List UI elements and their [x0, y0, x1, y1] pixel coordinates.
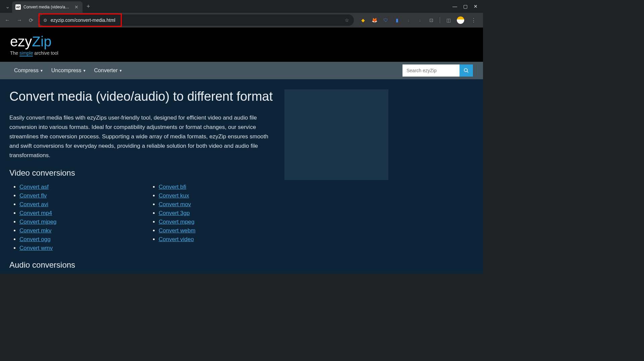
- tab-title: Convert media (video/audio) to: [23, 5, 71, 9]
- tagline-post: archive tool: [33, 50, 58, 56]
- video-section-heading: Video conversions: [9, 168, 274, 178]
- address-bar[interactable]: ⚙ ezyzip.com/convert-media.html ☆: [39, 14, 354, 26]
- browser-toolbar: ← → ⟳ ⚙ ezyzip.com/convert-media.html ☆ …: [0, 13, 483, 28]
- list-item: Convert flv: [19, 192, 135, 199]
- extension-icon-1[interactable]: ◆: [360, 17, 366, 23]
- nav-converter-label: Converter: [94, 67, 118, 74]
- profile-avatar[interactable]: [457, 16, 464, 24]
- browser-chrome: ⌄ eZ Convert media (video/audio) to ✕ + …: [0, 0, 483, 28]
- side-panel-icon[interactable]: ◫: [445, 17, 451, 23]
- new-tab-button[interactable]: +: [83, 3, 94, 10]
- sidebar-ad-placeholder: [284, 89, 388, 180]
- page-description: Easily convert media files with ezyZips …: [9, 113, 274, 160]
- search-input[interactable]: [402, 64, 460, 77]
- list-item: Convert video: [159, 236, 274, 243]
- list-item: Convert ogg: [19, 236, 135, 243]
- search-icon: [464, 68, 469, 73]
- tab-bar: ⌄ eZ Convert media (video/audio) to ✕ + …: [0, 0, 483, 13]
- audio-section-heading: Audio conversions: [9, 260, 274, 270]
- video-links-col2: Convert bfiConvert kuxConvert movConvert…: [149, 184, 274, 254]
- extension-icon-2[interactable]: 🦊: [371, 17, 377, 23]
- convert-link[interactable]: Convert mjpeg: [19, 219, 57, 225]
- nav-converter[interactable]: Converter▼: [90, 67, 126, 74]
- bookmark-star-icon[interactable]: ☆: [345, 17, 349, 23]
- browser-tab[interactable]: eZ Convert media (video/audio) to ✕: [12, 1, 83, 13]
- list-item: Convert bfi: [159, 184, 274, 190]
- nav-compress-label: Compress: [14, 67, 39, 74]
- convert-link[interactable]: Convert 3gp: [159, 210, 190, 216]
- list-item: Convert mkv: [19, 227, 135, 234]
- main-column: Convert media (video/audio) to different…: [9, 89, 274, 274]
- extension-icon-4[interactable]: ▮: [394, 17, 400, 23]
- convert-link[interactable]: Convert mkv: [19, 227, 51, 234]
- extension-icon-3[interactable]: 🛡: [383, 17, 389, 23]
- toolbar-divider: [440, 17, 440, 23]
- convert-link[interactable]: Convert mpeg: [159, 219, 195, 225]
- convert-link[interactable]: Convert avi: [19, 201, 48, 208]
- convert-link[interactable]: Convert kux: [159, 192, 189, 199]
- url-text: ezyzip.com/convert-media.html: [51, 17, 341, 23]
- page-viewport[interactable]: ezyZip The simple archive tool Compress▼…: [0, 28, 483, 274]
- logo-tagline: The simple archive tool: [10, 50, 473, 56]
- tab-favicon: eZ: [15, 4, 21, 10]
- reload-button[interactable]: ⟳: [28, 16, 35, 25]
- window-controls: — ▢ ✕: [452, 4, 483, 9]
- convert-link[interactable]: Convert mov: [159, 201, 191, 208]
- browser-menu-icon[interactable]: ⋮: [470, 17, 478, 24]
- chevron-down-icon: ▼: [40, 69, 43, 73]
- list-item: Convert 3gp: [159, 210, 274, 217]
- convert-link[interactable]: Convert bfi: [159, 184, 186, 190]
- extensions-menu-icon[interactable]: ⊡: [428, 17, 434, 23]
- tab-close-icon[interactable]: ✕: [74, 4, 79, 10]
- minimize-icon[interactable]: —: [452, 4, 457, 9]
- svg-point-0: [464, 69, 467, 72]
- list-item: Convert asf: [19, 184, 135, 190]
- close-icon[interactable]: ✕: [474, 4, 478, 9]
- list-item: Convert mjpeg: [19, 219, 135, 225]
- forward-button[interactable]: →: [15, 16, 23, 25]
- logo-part2: Zip: [32, 34, 51, 49]
- extension-icons: ◆ 🦊 🛡 ▮ ↓ ↓ ⊡ ◫ ⋮: [358, 16, 480, 24]
- convert-link[interactable]: Convert video: [159, 236, 194, 242]
- video-links: Convert asfConvert flvConvert aviConvert…: [9, 184, 274, 254]
- chevron-down-icon: ▼: [119, 69, 122, 73]
- list-item: Convert mp4: [19, 210, 135, 217]
- extension-icon-5[interactable]: ↓: [406, 17, 412, 23]
- tagline-mid: simple: [19, 50, 33, 56]
- nav-search: [402, 64, 473, 77]
- convert-link[interactable]: Convert mp4: [19, 210, 52, 216]
- back-button[interactable]: ←: [3, 16, 11, 25]
- video-links-col1: Convert asfConvert flvConvert aviConvert…: [9, 184, 135, 254]
- list-item: Convert avi: [19, 201, 135, 208]
- convert-link[interactable]: Convert asf: [19, 184, 49, 190]
- convert-link[interactable]: Convert ogg: [19, 236, 51, 242]
- tagline-pre: The: [10, 50, 19, 56]
- convert-link[interactable]: Convert wmv: [19, 245, 53, 251]
- nav-compress[interactable]: Compress▼: [10, 67, 47, 74]
- logo-section: ezyZip The simple archive tool: [0, 28, 483, 62]
- chevron-down-icon: ▼: [83, 69, 86, 73]
- convert-link[interactable]: Convert flv: [19, 192, 47, 199]
- list-item: Convert wmv: [19, 245, 135, 252]
- tabs-dropdown[interactable]: ⌄: [3, 2, 12, 11]
- list-item: Convert webm: [159, 227, 274, 234]
- list-item: Convert kux: [159, 192, 274, 199]
- page-content: Convert media (video/audio) to different…: [0, 79, 483, 274]
- maximize-icon[interactable]: ▢: [463, 4, 468, 9]
- convert-link[interactable]: Convert webm: [159, 227, 196, 234]
- extension-icon-6[interactable]: ↓: [417, 17, 423, 23]
- svg-line-1: [467, 71, 468, 73]
- logo-part1: ezy: [10, 34, 32, 49]
- site-logo[interactable]: ezyZip: [10, 34, 473, 50]
- search-button[interactable]: [460, 64, 473, 77]
- site-info-icon[interactable]: ⚙: [43, 18, 47, 23]
- nav-uncompress[interactable]: Uncompress▼: [47, 67, 90, 74]
- list-item: Convert mov: [159, 201, 274, 208]
- page-title: Convert media (video/audio) to different…: [9, 89, 274, 104]
- nav-uncompress-label: Uncompress: [51, 67, 82, 74]
- main-navbar: Compress▼ Uncompress▼ Converter▼: [0, 62, 483, 79]
- list-item: Convert mpeg: [159, 219, 274, 225]
